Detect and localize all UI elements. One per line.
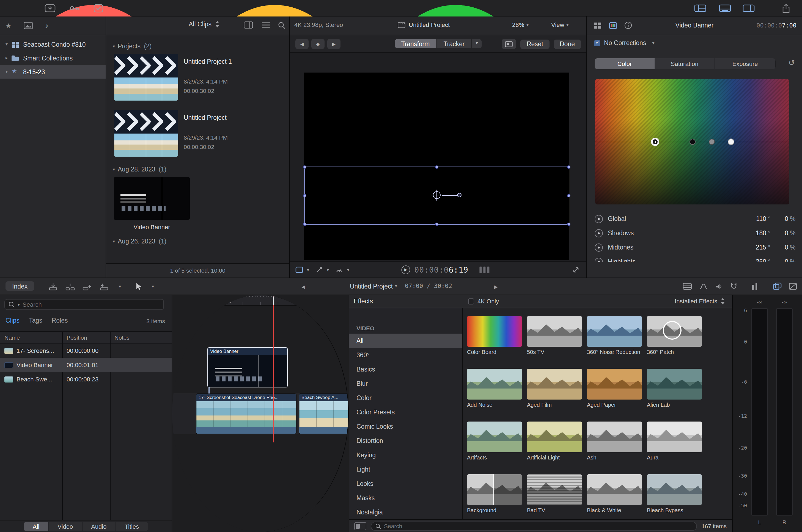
disclosure-closed-icon[interactable]: ▸ xyxy=(3,56,10,60)
timeline-forward-icon[interactable]: ▶ xyxy=(494,284,498,290)
effect-item-artifacts[interactable]: Artifacts xyxy=(467,421,522,474)
timeline-clip-video-banner[interactable]: Video Banner xyxy=(207,347,288,387)
music-icon[interactable]: ♪ xyxy=(45,22,49,30)
project-thumbnail[interactable] xyxy=(114,54,178,100)
effects-category-all[interactable]: All xyxy=(349,334,462,348)
index-button[interactable]: Index xyxy=(5,281,34,291)
index-row-17-screens[interactable]: 17- Screens...00:00:00:00 xyxy=(0,343,171,358)
timeline-clip-beach-sweep[interactable]: Beach Sweep A... xyxy=(299,394,349,434)
color-wheel-icon[interactable] xyxy=(595,243,603,251)
filter-tab-video[interactable]: Video xyxy=(49,522,82,531)
effects-category-comic-looks[interactable]: Comic Looks xyxy=(349,419,462,434)
effect-item-black-white[interactable]: Black & White xyxy=(587,474,642,519)
next-keyframe-button[interactable]: ▶ xyxy=(327,39,341,49)
disclosure-open-icon[interactable]: ▾ xyxy=(3,69,10,74)
background-tasks-icon[interactable] xyxy=(92,4,105,13)
color-wheel-icon[interactable] xyxy=(595,229,603,237)
viewer-canvas[interactable] xyxy=(304,73,569,260)
audio-skimming-icon[interactable] xyxy=(715,283,723,290)
column-header-notes[interactable]: Notes xyxy=(110,334,171,341)
effects-category-light[interactable]: Light xyxy=(349,462,462,476)
installed-effects-dropdown[interactable]: Installed Effects xyxy=(675,298,726,304)
import-media-icon[interactable] xyxy=(44,4,56,13)
transform-handle[interactable] xyxy=(567,165,570,168)
effect-item-aged-paper[interactable]: Aged Paper xyxy=(587,369,642,421)
correction-degrees[interactable]: 110 xyxy=(746,215,766,222)
effect-item-alien-lab[interactable]: Alien Lab xyxy=(647,369,702,421)
correction-percent[interactable]: 0 xyxy=(775,230,788,236)
transform-tool-dropdown[interactable]: ▾ xyxy=(295,267,309,273)
playhead[interactable] xyxy=(273,295,274,442)
effect-item-aura[interactable]: Aura xyxy=(647,421,702,474)
color-wheel-icon[interactable] xyxy=(595,258,603,262)
transform-handle[interactable] xyxy=(303,222,306,226)
correction-percent[interactable]: 0 xyxy=(775,258,788,262)
effect-item-50s-tv[interactable]: 50s TV xyxy=(527,316,582,369)
index-row-beach-swe[interactable]: Beach Swe...00:00:08:23 xyxy=(0,372,171,386)
effects-browser-icon[interactable] xyxy=(773,283,782,290)
transform-handle[interactable] xyxy=(435,165,438,168)
effects-category-distortion[interactable]: Distortion xyxy=(349,434,462,448)
overwrite-clip-icon[interactable] xyxy=(99,283,109,291)
effects-category-keying[interactable]: Keying xyxy=(349,448,462,462)
timeline-back-icon[interactable]: ◀ xyxy=(302,284,305,290)
photos-videos-icon[interactable] xyxy=(24,22,33,29)
previous-keyframe-button[interactable]: ◀ xyxy=(295,39,309,49)
index-row-video-banner[interactable]: Video Banner00:00:01:01 xyxy=(0,358,171,372)
inspector-tab-saturation[interactable]: Saturation xyxy=(655,58,715,69)
4k-only-checkbox[interactable] xyxy=(468,298,474,304)
color-wheel-icon[interactable] xyxy=(595,215,603,223)
timeline-project-dropdown[interactable]: Untitled Project▾ xyxy=(350,283,397,289)
correction-degrees[interactable]: 215 xyxy=(746,244,766,251)
done-button[interactable]: Done xyxy=(554,39,581,49)
transform-handle[interactable] xyxy=(303,194,306,197)
index-search-field[interactable]: ▾ xyxy=(4,299,164,310)
shadows-puck[interactable] xyxy=(689,139,695,145)
filter-tab-audio[interactable]: Audio xyxy=(82,522,116,531)
effects-category-nostalgia[interactable]: Nostalgia xyxy=(349,505,462,519)
effect-item-bleach-bypass[interactable]: Bleach Bypass xyxy=(647,474,702,519)
append-clip-icon[interactable] xyxy=(83,283,92,291)
effect-item-ash[interactable]: Ash xyxy=(587,421,642,474)
connect-clip-icon[interactable] xyxy=(49,283,58,291)
effects-wand-dropdown[interactable]: ▾ xyxy=(316,267,329,273)
correction-checkbox[interactable] xyxy=(594,40,600,46)
add-keyframe-button[interactable]: ◆ xyxy=(311,39,325,49)
effects-search-input[interactable] xyxy=(384,522,693,529)
projects-section-header[interactable]: ▾ Projects (2) xyxy=(113,43,289,50)
project-item-untitled-project-1[interactable]: Untitled Project 18/29/23, 4:14 PM00:00:… xyxy=(114,54,289,100)
sidebar-toggle-icon[interactable] xyxy=(354,522,366,530)
video-banner-thumbnail[interactable] xyxy=(114,177,190,220)
transform-anchor[interactable] xyxy=(433,191,441,199)
effect-item-color-board[interactable]: Color Board xyxy=(467,316,522,369)
browser-layout-icon[interactable] xyxy=(694,4,706,13)
tool-chevron-icon[interactable]: ▾ xyxy=(152,284,154,289)
inspector-tab-color[interactable]: Color xyxy=(595,58,655,69)
transform-handle[interactable] xyxy=(567,194,570,197)
aug-26-section-header[interactable]: ▾ Aug 26, 2023 (1) xyxy=(113,238,289,245)
effects-category-360[interactable]: 360° xyxy=(349,348,462,362)
transform-handle[interactable] xyxy=(303,165,306,168)
overlay-options-icon[interactable] xyxy=(502,39,516,49)
reset-correction-icon[interactable]: ↺ xyxy=(788,58,795,67)
zoom-dropdown[interactable]: 28%▾ xyxy=(512,21,529,28)
disclosure-open-icon[interactable]: ▾ xyxy=(3,42,10,47)
corrections-row[interactable]: No Corrections ▾ xyxy=(594,40,654,46)
clip-filter-dropdown[interactable]: All Clips xyxy=(189,21,220,27)
index-tab-roles[interactable]: Roles xyxy=(52,317,68,324)
pointer-tool-icon[interactable] xyxy=(135,283,142,291)
effect-item-bad-tv[interactable]: Bad TV xyxy=(527,474,582,519)
transitions-browser-icon[interactable] xyxy=(789,283,797,290)
effect-item-360-patch[interactable]: 360° Patch xyxy=(647,316,702,369)
midtones-puck[interactable] xyxy=(709,139,715,145)
aug-28-section-header[interactable]: ▾ Aug 28, 2023 (1) xyxy=(113,166,289,173)
snapping-icon[interactable] xyxy=(730,283,737,290)
search-scope-chevron-icon[interactable]: ▾ xyxy=(18,302,20,307)
inspector-layout-icon[interactable] xyxy=(743,4,755,13)
index-search-input[interactable] xyxy=(22,301,160,308)
column-header-position[interactable]: Position xyxy=(62,334,110,341)
transform-tab[interactable]: Transform xyxy=(395,39,437,49)
effects-category-basics[interactable]: Basics xyxy=(349,362,462,377)
insert-clip-icon[interactable] xyxy=(66,283,75,291)
browser-search-icon[interactable] xyxy=(278,21,286,29)
